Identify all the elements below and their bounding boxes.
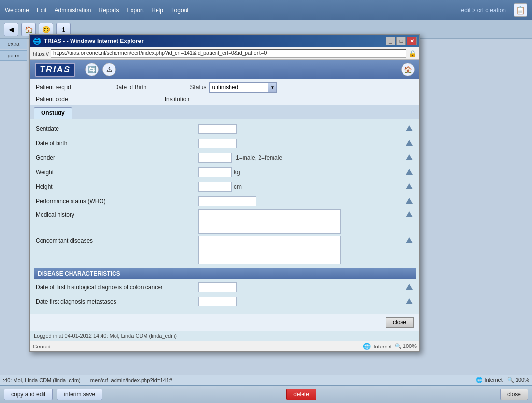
textarea-medical-history[interactable] (198, 209, 341, 234)
url-field[interactable]: https://trias.onconet.nl/schermen/ecrf/i… (51, 49, 406, 58)
sidebar-tab-perm[interactable]: perm (0, 50, 27, 61)
trias-logo: TRIAS (35, 63, 75, 77)
status-dropdown-arrow[interactable]: ▼ (268, 83, 276, 92)
ie-zoom-text: 🔍 100% (395, 343, 417, 349)
top-menubar: Welcome Edit Administration Reports Expo… (0, 0, 532, 20)
flag-weight[interactable] (406, 169, 413, 176)
back-btn[interactable]: ◀ (4, 23, 18, 36)
patient-seq-group: Patient seq id (36, 84, 71, 91)
ie-status-right: 🌐 Internet 🔍 100% (363, 343, 417, 350)
input-height[interactable] (198, 182, 232, 192)
flag-first-hist[interactable] (406, 284, 413, 291)
trias-header: TRIAS 🔄 ⚠ 🏠 (30, 60, 419, 79)
patient-dob-label: Date of Birth (115, 84, 147, 91)
menu-edit[interactable]: Edit (37, 7, 47, 14)
menu-administration[interactable]: Administration (54, 7, 91, 14)
height-unit: cm (234, 183, 242, 190)
flag-metastases[interactable] (406, 298, 413, 306)
trias-alert-icon[interactable]: ⚠ (102, 63, 116, 76)
input-dob[interactable] (198, 139, 237, 148)
form-row-concomitant: Concomitant diseases (34, 236, 416, 264)
patient-info-row: Patient seq id Date of Birth Status unfi… (30, 79, 419, 96)
flag-gender[interactable] (406, 154, 413, 162)
patient-institution-label: Institution (165, 96, 189, 103)
outer-browser: Welcome Edit Administration Reports Expo… (0, 0, 532, 403)
interim-save-btn[interactable]: interim save (57, 389, 102, 400)
gender-hint: 1=male, 2=female (236, 154, 282, 161)
flag-dob[interactable] (406, 140, 413, 147)
flag-height[interactable] (406, 183, 413, 191)
form-row-weight: Weight kg (34, 166, 416, 179)
flag-performance[interactable] (406, 198, 413, 205)
status-select-value: unfinished (210, 84, 268, 91)
ie-statusbar: Gereed 🌐 Internet 🔍 100% (30, 341, 419, 351)
form-row-performance: Performance status (WHO) (34, 195, 416, 208)
close-btn[interactable]: close (500, 389, 528, 400)
ie-titlebar: 🌐 TRIAS - - Windows Internet Explorer _ … (30, 35, 419, 47)
flag-sentdate[interactable] (406, 125, 413, 133)
ie-internet-icon: 🌐 (363, 343, 371, 350)
label-height: Height (34, 183, 198, 190)
ie-window-title: TRIAS - - Windows Internet Explorer (44, 38, 386, 44)
label-first-hist: Date of first histological diagnosis of … (34, 284, 198, 291)
patient-status-group: Status unfinished ▼ (190, 82, 277, 93)
input-first-hist[interactable] (198, 282, 237, 292)
menu-help[interactable]: Help (151, 7, 163, 14)
form-row-dob: Date of birth (34, 137, 416, 150)
label-metastases: Date first diagnosis metastases (34, 298, 198, 305)
ie-addressbar: https:// https://trias.onconet.nl/scherm… (30, 47, 419, 60)
patient-dob-group: Date of Birth (115, 84, 147, 91)
bottom-zone-icon: 🌐 Internet (476, 377, 502, 383)
form-row-first-hist: Date of first histological diagnosis of … (34, 281, 416, 293)
label-medical-history: Medical history (34, 209, 198, 218)
ie-maximize-btn[interactable]: □ (396, 37, 406, 45)
ie-minimize-btn[interactable]: _ (386, 37, 395, 45)
trias-footer: close (30, 314, 419, 331)
input-metastases[interactable] (198, 297, 237, 306)
input-performance[interactable] (198, 196, 256, 206)
input-sentdate[interactable] (198, 124, 237, 134)
status-select-wrapper[interactable]: unfinished ▼ (209, 82, 277, 93)
copy-edit-btn[interactable]: copy and edit (4, 389, 53, 400)
label-sentdate: Sentdate (34, 125, 198, 132)
flag-medical-history[interactable] (406, 211, 413, 219)
input-gender[interactable] (198, 153, 232, 163)
tab-onstudy[interactable]: Onstudy (34, 107, 72, 119)
form-row-sentdate: Sentdate (34, 123, 416, 135)
patient-code-label: Patient code (36, 96, 68, 103)
flag-concomitant[interactable] (406, 237, 413, 245)
label-gender: Gender (34, 154, 198, 161)
form-row-metastases: Date first diagnosis metastases (34, 295, 416, 308)
edit-crf-label: edit > crf creation (461, 7, 506, 14)
trias-header-center-icons: 🔄 ⚠ (85, 63, 116, 76)
ie-status-text: Gereed (33, 344, 51, 349)
input-weight[interactable] (198, 167, 232, 177)
trias-refresh-icon[interactable]: 🔄 (85, 63, 99, 76)
menu-reports[interactable]: Reports (99, 7, 119, 14)
crf-icon[interactable]: 📋 (514, 3, 527, 17)
ie-close-btn[interactable]: ✕ (407, 37, 417, 45)
label-performance: Performance status (WHO) (34, 198, 198, 205)
menu-logout[interactable]: Logout (171, 7, 189, 14)
menu-export[interactable]: Export (127, 7, 144, 14)
ie-zone-text: Internet (374, 344, 391, 349)
ie-logo-icon: 🌐 (33, 37, 41, 45)
ie-window: 🌐 TRIAS - - Windows Internet Explorer _ … (29, 34, 420, 352)
textarea-concomitant[interactable] (198, 236, 341, 264)
trias-home-icon[interactable]: 🏠 (401, 63, 415, 76)
login-info-bar: Logged in at 04-01-2012 14:40: Mol, Lind… (30, 331, 419, 341)
bottom-url-text: men/crf_admin/index.php?id=141# (90, 377, 172, 383)
section-header-disease: DISEASE CHARACTERISTICS (34, 268, 416, 279)
trias-close-btn[interactable]: close (386, 317, 414, 328)
lock-icon: 🔒 (408, 50, 417, 57)
form-row-medical-history: Medical history (34, 209, 416, 234)
sidebar-tab-extra[interactable]: extra (0, 39, 27, 49)
menu-welcome[interactable]: Welcome (5, 7, 29, 14)
form-row-gender: Gender 1=male, 2=female (34, 152, 416, 164)
weight-unit: kg (234, 169, 240, 176)
label-dob: Date of birth (34, 140, 198, 147)
delete-btn[interactable]: delete (286, 389, 316, 400)
trias-app: TRIAS 🔄 ⚠ 🏠 Patient seq id Date of Birth (30, 60, 419, 341)
bottom-toolbar: copy and edit interim save delete close (0, 385, 532, 403)
label-weight: Weight (34, 169, 198, 176)
